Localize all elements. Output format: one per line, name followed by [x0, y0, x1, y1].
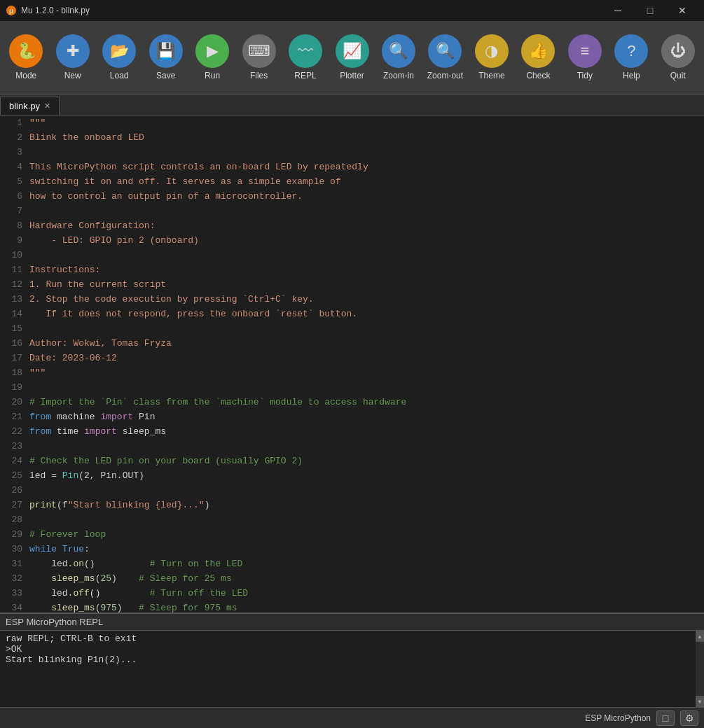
code-line: 22from time import sleep_ms — [0, 424, 704, 439]
zoom-out-label: Zoom-out — [427, 71, 463, 80]
code-line: 24# Check the LED pin on your board (usu… — [0, 454, 704, 468]
code-line: 6how to control an output pin of a micro… — [0, 189, 704, 204]
statusbar-square-button[interactable]: □ — [656, 710, 675, 726]
line-content[interactable]: """ — [29, 365, 704, 380]
line-content[interactable]: """ — [29, 115, 704, 130]
line-content[interactable] — [29, 145, 704, 160]
line-content[interactable]: sleep_ms(25) # Sleep for 25 ms — [29, 571, 704, 586]
line-content[interactable]: Blink the onboard LED — [29, 130, 704, 145]
files-icon: ⌨ — [242, 34, 276, 68]
line-content[interactable]: print(f"Start blinking {led}...") — [29, 498, 704, 512]
line-content[interactable]: Date: 2023-06-12 — [29, 351, 704, 365]
line-content[interactable]: # Check the LED pin on your board (usual… — [29, 454, 704, 468]
zoom-in-icon: 🔍 — [382, 34, 415, 68]
line-content[interactable] — [29, 512, 704, 527]
toolbar-repl-button[interactable]: 〰REPL — [282, 24, 329, 91]
line-content[interactable]: This MicroPython script controls an on-b… — [29, 160, 704, 174]
code-line: 14 If it does not respond, press the onb… — [0, 307, 704, 321]
line-number: 22 — [0, 424, 29, 439]
repl-icon: 〰 — [289, 34, 322, 68]
toolbar-theme-button[interactable]: ◑Theme — [469, 24, 515, 91]
line-content[interactable]: led.off() # Turn off the LED — [29, 586, 704, 601]
repl-scroll-down[interactable]: ▼ — [696, 696, 704, 707]
repl-line: raw REPL; CTRL-B to exit — [6, 634, 690, 644]
zoom-out-icon: 🔍 — [428, 34, 462, 68]
toolbar-quit-button[interactable]: ⏻Quit — [655, 24, 701, 91]
repl-content[interactable]: raw REPL; CTRL-B to exit>OKStart blinkin… — [0, 631, 696, 707]
line-content[interactable]: led = Pin(2, Pin.OUT) — [29, 468, 704, 483]
code-line: 17Date: 2023-06-12 — [0, 351, 704, 365]
line-content[interactable]: led.on() # Turn on the LED — [29, 556, 704, 571]
toolbar-mode-button[interactable]: 🐍Mode — [3, 24, 49, 91]
line-number: 9 — [0, 233, 29, 248]
toolbar-tidy-button[interactable]: ≡Tidy — [562, 24, 608, 91]
line-content[interactable]: 2. Stop the code execution by pressing `… — [29, 292, 704, 307]
line-content[interactable]: Instructions: — [29, 262, 704, 277]
toolbar-load-button[interactable]: 📂Load — [96, 24, 142, 91]
toolbar-plotter-button[interactable]: 📈Plotter — [329, 24, 375, 91]
toolbar-check-button[interactable]: 👍Check — [515, 24, 561, 91]
line-content[interactable] — [29, 321, 704, 336]
toolbar-zoom-in-button[interactable]: 🔍Zoom-in — [375, 24, 422, 91]
code-line: 26 — [0, 483, 704, 498]
tab-label: blink.py — [9, 101, 40, 111]
line-content[interactable] — [29, 439, 704, 454]
tab-close-icon[interactable]: ✕ — [44, 102, 50, 110]
line-content[interactable]: Hardware Configuration: — [29, 218, 704, 233]
line-content[interactable]: If it does not respond, press the onboar… — [29, 307, 704, 321]
line-number: 7 — [0, 204, 29, 218]
tidy-icon: ≡ — [568, 34, 602, 68]
line-content[interactable]: from time import sleep_ms — [29, 424, 704, 439]
code-line: 10 — [0, 248, 704, 262]
statusbar-settings-button[interactable]: ⚙ — [680, 710, 698, 726]
toolbar-help-button[interactable]: ?Help — [608, 24, 654, 91]
line-content[interactable] — [29, 248, 704, 262]
line-content[interactable] — [29, 483, 704, 498]
line-content[interactable] — [29, 380, 704, 395]
editor[interactable]: 1"""2Blink the onboard LED34This MicroPy… — [0, 115, 704, 612]
toolbar-zoom-out-button[interactable]: 🔍Zoom-out — [422, 24, 468, 91]
line-number: 21 — [0, 410, 29, 424]
repl-scrollbar[interactable]: ▲ ▼ — [696, 631, 704, 707]
code-line: 25led = Pin(2, Pin.OUT) — [0, 468, 704, 483]
code-area[interactable]: 1"""2Blink the onboard LED34This MicroPy… — [0, 115, 704, 612]
line-content[interactable]: 1. Run the current script — [29, 277, 704, 292]
toolbar-save-button[interactable]: 💾Save — [142, 24, 188, 91]
line-number: 31 — [0, 556, 29, 571]
line-content[interactable]: # Import the `Pin` class from the `machi… — [29, 395, 704, 410]
plotter-icon: 📈 — [336, 34, 369, 68]
save-label: Save — [156, 71, 175, 80]
maximize-button[interactable]: □ — [634, 0, 666, 21]
line-content[interactable]: sleep_ms(975) # Sleep for 975 ms — [29, 601, 704, 612]
toolbar-run-button[interactable]: ▶Run — [189, 24, 235, 91]
code-line: 16Author: Wokwi, Tomas Fryza — [0, 336, 704, 351]
line-content[interactable] — [29, 204, 704, 218]
line-number: 4 — [0, 160, 29, 174]
toolbar-files-button[interactable]: ⌨Files — [235, 24, 282, 91]
theme-label: Theme — [478, 71, 504, 80]
line-content[interactable]: switching it on and off. It serves as a … — [29, 174, 704, 189]
new-label: New — [64, 71, 81, 80]
line-content[interactable]: while True: — [29, 542, 704, 556]
code-line: 28 — [0, 512, 704, 527]
line-content[interactable]: Author: Wokwi, Tomas Fryza — [29, 336, 704, 351]
line-content[interactable]: how to control an output pin of a microc… — [29, 189, 704, 204]
line-content[interactable]: - LED: GPIO pin 2 (onboard) — [29, 233, 704, 248]
run-label: Run — [205, 71, 220, 80]
line-content[interactable]: from machine import Pin — [29, 410, 704, 424]
line-number: 14 — [0, 307, 29, 321]
repl-scroll-up[interactable]: ▲ — [696, 631, 704, 642]
toolbar-new-button[interactable]: ✚New — [49, 24, 95, 91]
tidy-label: Tidy — [577, 71, 593, 80]
line-number: 18 — [0, 365, 29, 380]
code-line: 121. Run the current script — [0, 277, 704, 292]
code-line: 23 — [0, 439, 704, 454]
line-content[interactable]: # Forever loop — [29, 527, 704, 542]
titlebar: μ Mu 1.2.0 - blink.py ─ □ ✕ — [0, 0, 704, 21]
close-button[interactable]: ✕ — [666, 0, 698, 21]
minimize-button[interactable]: ─ — [602, 0, 634, 21]
repl-label: REPL — [294, 71, 316, 80]
tab-blink-py[interactable]: blink.py ✕ — [0, 97, 60, 115]
save-icon: 💾 — [149, 34, 183, 68]
statusbar: ESP MicroPython □ ⚙ — [0, 707, 704, 728]
